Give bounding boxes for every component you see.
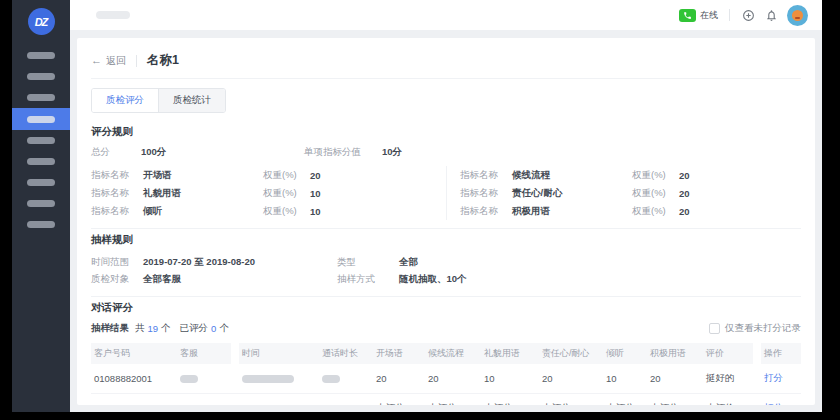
col-header-evaluation: 评价 [703,343,753,364]
col-header-agent: 客服 [177,343,231,364]
indicator-row: 指标名称 责任心/耐心 权重(%) 20 [460,184,801,202]
score-cell: 20 [539,364,603,393]
time-range-value: 2019-07-20 至 2019-08-20 [143,256,337,269]
time-cell [239,364,319,393]
unscored-filter-checkbox[interactable] [709,323,720,334]
indicator-name-label: 指标名称 [460,169,512,182]
weight-value: 20 [679,188,801,199]
menu-placeholder [27,73,55,80]
score-cell: 10 [603,364,647,393]
sidebar-nav [12,45,70,235]
qa-target-label: 质检对象 [91,273,143,286]
duration-placeholder [322,405,340,406]
sidebar-item-1[interactable] [12,45,70,66]
indicator-name: 倾听 [143,205,263,218]
column-gap [753,394,761,405]
duration-cell [319,394,373,405]
indicator-name-label: 指标名称 [91,205,143,218]
score-cell: 20 [425,364,481,393]
section-divider [91,228,801,229]
evaluation-cell: 挺好的 [703,364,753,393]
menu-placeholder [27,94,55,101]
customer-number: 01088882002 [91,394,177,405]
page-header: ← 返回 名称1 [91,48,801,79]
topbar: 在线 [70,0,822,30]
table-row: 01088882001 20 20 10 20 10 20 挺好的 打分 [91,364,801,394]
app-logo[interactable]: DZ [28,8,55,35]
detail-card: ← 返回 名称1 质检评分 质检统计 评分规则 总分 100分 单项指标分值 1… [77,38,815,405]
type-label: 类型 [337,256,399,269]
indicator-row: 指标名称 礼貌用语 权重(%) 10 [91,184,446,202]
indicator-row: 指标名称 积极用语 权重(%) 20 [460,202,801,220]
topbar-divider [729,9,730,21]
breadcrumb-placeholder [96,11,130,19]
unit: 个 [219,322,229,335]
single-score-label: 单项指标分值 [304,146,382,159]
sampling-method-value: 随机抽取、10个 [399,273,801,286]
agent-cell [177,364,231,393]
menu-placeholder [27,221,55,228]
sidebar-item-7[interactable] [12,172,70,193]
indicator-column-right: 指标名称 候线流程 权重(%) 20 指标名称 责任心/耐心 权重(%) 20 [446,166,801,220]
section-title: 对话评分 [91,301,801,315]
col-header-action: 操作 [761,343,801,364]
score-button[interactable]: 打分 [764,402,783,405]
total-score-value: 100分 [141,146,304,159]
total-count: 19 [148,323,159,334]
score-button[interactable]: 打分 [764,372,783,385]
total-score-label: 总分 [91,146,141,159]
sidebar-item-6[interactable] [12,151,70,172]
col-header-listening: 倾听 [603,343,647,364]
sidebar-item-5[interactable] [12,130,70,151]
table-row: 01088882002 未评分 未评分 未评分 未评分 未评分 未评分 未评价 [91,394,801,405]
indicator-name: 开场语 [143,169,263,182]
indicator-column-left: 指标名称 开场语 权重(%) 20 指标名称 礼貌用语 权重(%) 10 [91,166,446,220]
online-status-badge[interactable]: 在线 [679,9,718,22]
indicator-row: 指标名称 候线流程 权重(%) 20 [460,166,801,184]
time-cell [239,394,319,405]
total-prefix: 共 [135,322,145,335]
score-cell: 未评分 [647,394,703,405]
menu-placeholder [27,52,55,59]
header-divider [136,55,137,67]
tab-quality-stats[interactable]: 质检统计 [158,89,225,112]
sidebar-item-3[interactable] [12,87,70,108]
indicator-row: 指标名称 开场语 权重(%) 20 [91,166,446,184]
score-cell: 20 [373,364,425,393]
col-header-time: 时间 [239,343,319,364]
evaluation-cell: 未评价 [703,394,753,405]
agent-placeholder [180,375,198,383]
dialog-scoring-section: 对话评分 抽样结果 共 19 个 已评分 0 个 仅查看未打分记录 [91,301,801,405]
unscored-filter-label[interactable]: 仅查看未打分记录 [725,322,801,335]
sidebar-item-2[interactable] [12,66,70,87]
main-content: ← 返回 名称1 质检评分 质检统计 评分规则 总分 100分 单项指标分值 1… [70,30,822,412]
back-button[interactable]: ← 返回 [91,54,126,68]
customer-number: 01088882001 [91,364,177,393]
online-status-label: 在线 [700,9,718,22]
scored-count: 0 [211,323,216,334]
duration-cell [319,364,373,393]
menu-placeholder [27,116,55,123]
sidebar-item-8[interactable] [12,193,70,214]
page-title: 名称1 [147,52,179,69]
tab-bar: 质检评分 质检统计 [91,88,226,113]
sidebar-item-4-active[interactable] [12,108,70,130]
bell-icon[interactable] [764,8,778,22]
add-circle-icon[interactable] [741,8,755,22]
unit: 个 [161,322,171,335]
sidebar-item-9[interactable] [12,214,70,235]
indicator-name-label: 指标名称 [91,169,143,182]
weight-label: 权重(%) [263,205,310,218]
menu-placeholder [27,137,55,144]
menu-placeholder [27,158,55,165]
section-title: 抽样规则 [91,233,801,247]
weight-label: 权重(%) [632,205,679,218]
tab-quality-scoring[interactable]: 质检评分 [92,89,158,112]
indicator-row: 指标名称 倾听 权重(%) 10 [91,202,446,220]
avatar[interactable] [787,5,808,26]
col-header-polite: 礼貌用语 [481,343,539,364]
column-gap [753,364,761,393]
app-window: DZ 在线 [12,0,822,412]
type-value: 全部 [399,256,801,269]
table-header-row: 客户号码 客服 时间 通话时长 开场语 候线流程 礼貌用语 责任心/耐心 倾听 … [91,343,801,364]
